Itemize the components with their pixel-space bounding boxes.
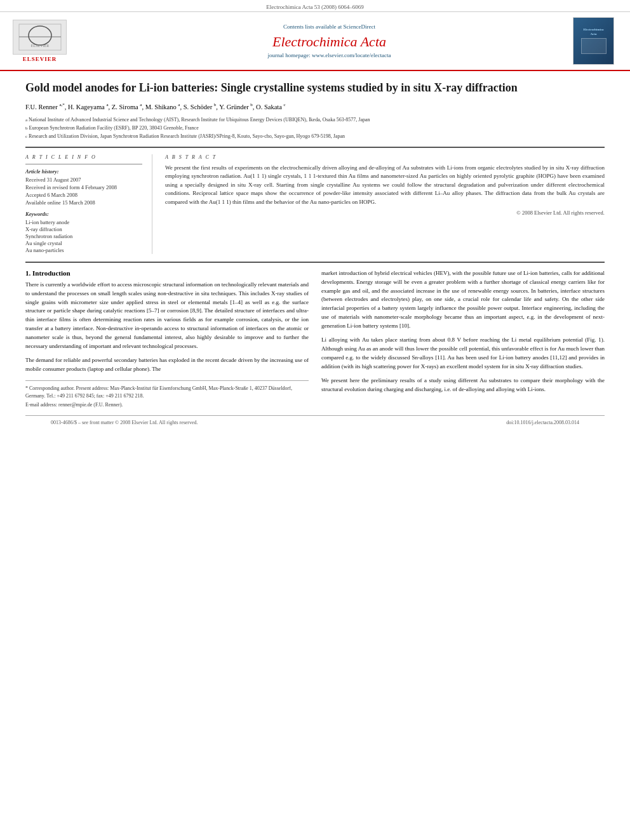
introduction-heading: 1. Introduction: [25, 269, 309, 277]
page: Electrochimica Acta 53 (2008) 6064–6069 …: [0, 0, 630, 840]
body-columns: 1. Introduction There is currently a wor…: [25, 269, 605, 409]
footer-doi: doi:10.1016/j.electacta.2008.03.014: [506, 420, 579, 425]
received-date: Received 31 August 2007: [25, 177, 142, 183]
authors-line: F.U. Renner a,*, H. Kageyama a, Z. Sirom…: [25, 102, 605, 112]
keyword-2: X-ray diffraction: [25, 226, 142, 232]
intro-col2-para-3: We present here the preliminary results …: [321, 377, 605, 394]
footnote-line: * Corresponding author. Present address:…: [25, 385, 309, 400]
footer-issn: 0013-4686/$ – see front matter © 2008 El…: [51, 420, 198, 425]
elsevier-logo: ELSEVIER ELSEVIER: [13, 20, 67, 62]
copyright-notice: © 2008 Elsevier Ltd. All rights reserved…: [165, 209, 605, 217]
intro-col2-para-1: market introduction of hybrid electrical…: [321, 269, 605, 331]
journal-reference: Electrochimica Acta 53 (2008) 6064–6069: [266, 4, 363, 10]
body-right-column: market introduction of hybrid electrical…: [321, 269, 605, 409]
journal-thumbnail: Electrochimica Acta: [573, 17, 614, 65]
affiliation-c: c Research and Utilization Division, Jap…: [25, 133, 605, 140]
svg-text:ELSEVIER: ELSEVIER: [30, 44, 48, 48]
journal-title: Electrochimica Acta: [272, 34, 386, 50]
article-info-column: A R T I C L E I N F O Article history: R…: [25, 154, 152, 254]
intro-para-2: The demand for reliable and powerful sec…: [25, 356, 309, 374]
sciencedirect-text: ScienceDirect: [344, 23, 375, 30]
journal-thumbnail-area: Electrochimica Acta: [570, 17, 617, 65]
journal-header: ELSEVIER ELSEVIER Contents lists availab…: [0, 12, 630, 71]
revised-date: Received in revised form 4 February 2008: [25, 184, 142, 190]
intro-para-1: There is currently a worldwide effort to…: [25, 281, 309, 352]
accepted-date: Accepted 6 March 2008: [25, 192, 142, 198]
body-left-column: 1. Introduction There is currently a wor…: [25, 269, 309, 409]
header-divider: [25, 147, 605, 148]
keyword-3: Synchrotron radiation: [25, 233, 142, 239]
journal-reference-bar: Electrochimica Acta 53 (2008) 6064–6069: [0, 0, 630, 12]
footnote-email: E-mail address: renner@mpie.de (F.U. Ren…: [25, 401, 309, 409]
journal-homepage: journal homepage: www.elsevier.com/locat…: [268, 52, 391, 58]
sciencedirect-link: Contents lists available at ScienceDirec…: [283, 23, 375, 30]
abstract-text: We present the first results of experime…: [165, 164, 605, 217]
affiliation-b: b European Synchrotron Radiation Facilit…: [25, 124, 605, 132]
keyword-5: Au nano-particles: [25, 247, 142, 253]
journal-header-center: Contents lists available at ScienceDirec…: [95, 17, 563, 65]
affiliations: a National Institute of Advanced Industr…: [25, 116, 605, 140]
publisher-logo-area: ELSEVIER ELSEVIER: [13, 17, 89, 65]
affiliation-a: a National Institute of Advanced Industr…: [25, 116, 605, 124]
footnote-area: * Corresponding author. Present address:…: [25, 380, 309, 409]
article-history-label: Article history:: [25, 168, 142, 175]
abstract-column: A B S T R A C T We present the first res…: [165, 154, 605, 254]
abstract-label: A B S T R A C T: [165, 154, 605, 160]
abstract-body-divider: [25, 262, 605, 263]
footer-bar: 0013-4686/$ – see front matter © 2008 El…: [25, 415, 605, 429]
article-title: Gold model anodes for Li-ion batteries: …: [25, 81, 605, 95]
keyword-4: Au single crystal: [25, 240, 142, 246]
article-content: Gold model anodes for Li-ion batteries: …: [0, 71, 630, 439]
article-info-label: A R T I C L E I N F O: [25, 154, 142, 160]
keywords-label: Keywords:: [25, 211, 142, 217]
elsevier-label: ELSEVIER: [23, 56, 57, 62]
article-info-abstract-section: A R T I C L E I N F O Article history: R…: [25, 154, 605, 254]
available-date: Available online 15 March 2008: [25, 199, 142, 206]
elsevier-logo-image: ELSEVIER: [13, 20, 67, 55]
intro-col2-para-2: Li alloying with Au takes place starting…: [321, 336, 605, 371]
keyword-1: Li-ion battery anode: [25, 219, 142, 225]
